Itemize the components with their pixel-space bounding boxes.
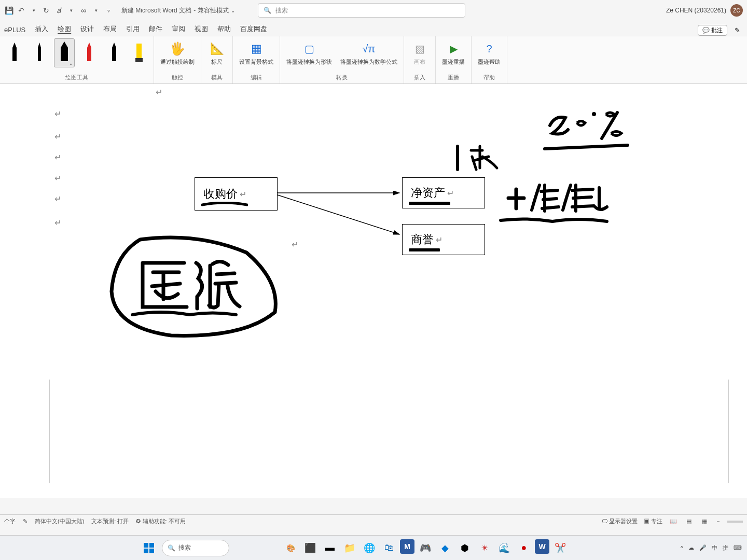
pen-tool-black-alt[interactable] <box>104 38 125 67</box>
diagram-box-acquisition[interactable]: 收购价 ↵ <box>195 177 278 211</box>
search-input[interactable]: 🔍 搜索 <box>258 3 465 18</box>
ink-text-hospital <box>112 237 275 336</box>
highlighter-yellow[interactable] <box>129 38 149 67</box>
taskbar-search[interactable]: 🔍 搜索 <box>162 540 229 556</box>
print-layout-icon[interactable]: ▤ <box>684 517 694 526</box>
infinity-icon[interactable]: ∞ <box>79 6 88 15</box>
help-icon: ? <box>486 43 492 55</box>
format-background-button[interactable]: ▦ 设置背景格式 <box>237 38 275 68</box>
ruler-button[interactable]: 📐 标尺 <box>205 38 228 68</box>
taskbar-app-wave[interactable]: 🌊 <box>495 539 513 557</box>
diagram-box-netassets[interactable]: 净资产 ↵ <box>402 177 485 208</box>
user-name-text[interactable]: Ze CHEN (20320261) <box>666 7 726 14</box>
ink-to-shape-button[interactable]: ▢ 将墨迹转换为形状 <box>284 38 334 68</box>
start-button[interactable] <box>140 539 158 557</box>
qat-dropdown-icon[interactable]: ▾ <box>66 6 76 15</box>
status-word-count[interactable]: 个字 <box>4 517 16 525</box>
taskbar-app-record[interactable]: ● <box>515 539 533 557</box>
taskbar-app-snip[interactable]: ✂️ <box>551 539 569 557</box>
windows-taskbar: 🔍 搜索 🎨 ⬛ ▬ 📁 🌐 🛍 M 🎮 ◆ ⬢ ✴ 🌊 ● W ✂️ ^ ☁ … <box>0 535 747 560</box>
status-spellcheck-icon[interactable]: ✎ <box>23 518 27 525</box>
pen-tool-black-thick[interactable]: ⌄ <box>54 38 75 67</box>
diagram-box-goodwill[interactable]: 商誉 ↵ <box>402 224 485 255</box>
read-mode-icon[interactable]: 📖 <box>669 517 678 526</box>
canvas-button[interactable]: ▧ 画布 <box>408 38 431 68</box>
group-label-edit: 编辑 <box>251 73 262 81</box>
display-settings-button[interactable]: 🖵 显示器设置 <box>602 517 638 525</box>
taskbar-app-2[interactable]: ⬛ <box>301 539 319 557</box>
pen-tool-red[interactable] <box>79 38 100 67</box>
compat-mode-text: 兼容性模式 <box>198 6 229 15</box>
tray-onedrive-icon[interactable]: ☁ <box>688 544 694 551</box>
tab-review[interactable]: 审阅 <box>172 24 185 36</box>
taskbar-app-blue[interactable]: ◆ <box>436 539 454 557</box>
canvas-icon: ▧ <box>415 43 425 55</box>
save-icon[interactable]: 💾 <box>4 6 13 15</box>
tab-insert[interactable]: 插入 <box>35 24 48 36</box>
page-edge <box>49 380 52 483</box>
qat-dropdown-icon[interactable]: ▾ <box>29 6 38 15</box>
status-language[interactable]: 简体中文(中国大陆) <box>35 517 84 525</box>
chevron-down-icon[interactable]: ⌄ <box>231 8 235 13</box>
web-layout-icon[interactable]: ▦ <box>700 517 709 526</box>
taskbar-app-dark[interactable]: ⬢ <box>456 539 474 557</box>
tab-baidu[interactable]: 百度网盘 <box>240 24 267 36</box>
ink-help-button[interactable]: ? 墨迹帮助 <box>476 38 503 68</box>
taskbar-app-explorer[interactable]: 📁 <box>341 539 358 557</box>
qat-dropdown-icon[interactable]: ▾ <box>91 6 101 15</box>
tab-layout[interactable]: 布局 <box>103 24 117 36</box>
grid-icon: ▦ <box>251 42 262 55</box>
zoom-out-button[interactable]: － <box>715 517 721 525</box>
avatar[interactable]: ZC <box>730 4 743 17</box>
qat-more-icon[interactable]: ▿ <box>104 6 113 15</box>
tab-view[interactable]: 视图 <box>195 24 208 36</box>
paragraph-mark-icon: ↵ <box>447 188 454 198</box>
tray-ime-zh[interactable]: 中 <box>712 544 717 552</box>
svg-rect-7 <box>144 549 148 553</box>
paragraph-mark-icon: ↵ <box>436 235 442 245</box>
status-accessibility[interactable]: ✪ 辅助功能: 不可用 <box>136 517 185 525</box>
pen-tool-black-fine[interactable] <box>4 38 25 67</box>
tab-design[interactable]: 设计 <box>80 24 94 36</box>
tab-help[interactable]: 帮助 <box>217 24 231 36</box>
editing-mode-button[interactable]: ✎ <box>731 24 743 36</box>
chevron-down-icon[interactable]: ⌄ <box>69 61 73 66</box>
undo-icon[interactable]: ↶ <box>17 6 26 15</box>
taskbar-app-store[interactable]: 🛍 <box>380 539 398 557</box>
ink-to-math-button[interactable]: √π 将墨迹转换为数学公式 <box>338 38 399 68</box>
touch-draw-button[interactable]: 🖐 通过触摸绘制 <box>158 38 197 68</box>
taskbar-app-red[interactable]: ✴ <box>476 539 493 557</box>
taskbar-app-word[interactable]: W <box>535 539 549 554</box>
vector-a-icon[interactable]: a⃗ <box>54 6 63 15</box>
taskbar-app-xbox[interactable]: 🎮 <box>417 539 434 557</box>
zoom-slider[interactable] <box>727 521 743 523</box>
ribbon-group-convert: ▢ 将墨迹转换为形状 √π 将墨迹转换为数学公式 转换 <box>280 36 404 83</box>
pen-tool-black-thin[interactable] <box>29 38 50 67</box>
ink-text-one-piece <box>458 146 497 170</box>
tab-draw[interactable]: 绘图 <box>58 24 71 36</box>
paragraph-mark-icon: ↵ <box>292 240 298 249</box>
comments-button[interactable]: 💬 批注 <box>698 25 727 36</box>
paragraph-mark-icon: ↵ <box>54 218 61 228</box>
arrow-icon <box>278 193 405 240</box>
tab-eplus[interactable]: ePLUS <box>4 26 25 36</box>
ribbon-group-replay: ▶ 墨迹重播 重播 <box>436 36 472 83</box>
taskbar-app-1[interactable]: 🎨 <box>282 539 299 557</box>
taskbar-app-edge[interactable]: 🌐 <box>361 539 378 557</box>
tray-mic-icon[interactable]: 🎤 <box>699 544 707 551</box>
tray-chevron-icon[interactable]: ^ <box>681 545 683 551</box>
status-text-predict[interactable]: 文本预测: 打开 <box>91 517 129 525</box>
document-canvas[interactable]: ↵ ↵ ↵ ↵ ↵ ↵ ↵ ↵ 收购价 ↵ 净资产 ↵ 商誉 ↵ <box>0 84 747 498</box>
document-title: 新建 Microsoft Word 文档 - 兼容性模式 ⌄ <box>121 6 235 15</box>
taskbar-app-m[interactable]: M <box>400 539 414 554</box>
tab-references[interactable]: 引用 <box>126 24 140 36</box>
monitor-icon: 🖵 <box>602 518 607 524</box>
taskbar-app-taskview[interactable]: ▬ <box>321 539 339 557</box>
tab-mailings[interactable]: 邮件 <box>149 24 162 36</box>
ribbon: ⌄ 绘图工具 🖐 通过触摸绘制 触控 📐 标尺 <box>0 36 747 84</box>
ink-replay-button[interactable]: ▶ 墨迹重播 <box>440 38 467 68</box>
focus-button[interactable]: ▣ 专注 <box>644 517 662 525</box>
redo-icon[interactable]: ↻ <box>42 6 51 15</box>
tray-ime-pinyin[interactable]: 拼 <box>723 544 728 552</box>
tray-touchpad-icon[interactable]: ⌨ <box>734 544 742 551</box>
